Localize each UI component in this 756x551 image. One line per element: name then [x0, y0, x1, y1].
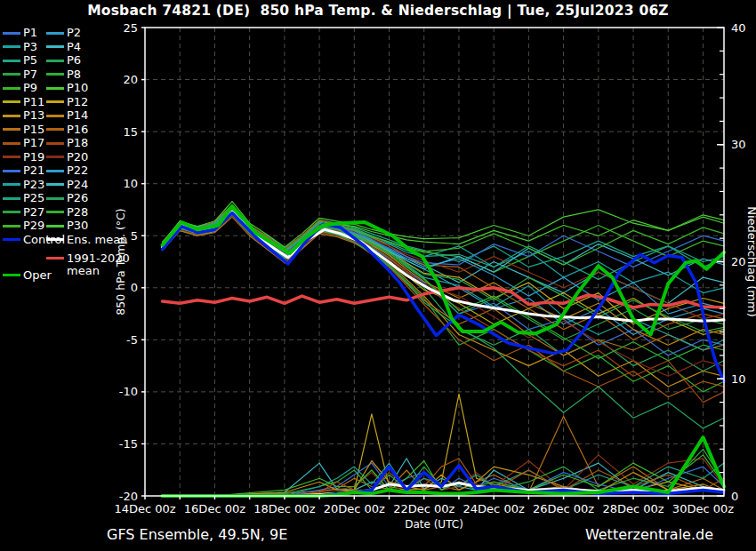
legend-swatch-icon: [3, 45, 20, 48]
legend-swatch-icon: [3, 128, 20, 131]
legend-swatch-icon: [46, 156, 64, 158]
legend-item: P30: [46, 220, 88, 232]
legend-swatch-icon: [46, 257, 64, 260]
legend-label: P16: [67, 124, 88, 136]
legend-item: Ens. mean: [46, 234, 127, 246]
legend-item: P16: [46, 124, 88, 136]
legend-swatch-icon: [3, 100, 20, 103]
footer-site-name: Wetterzentrale.de: [585, 526, 713, 543]
legend-item: P21: [3, 164, 44, 177]
axis-label: 20Dec 00z: [324, 502, 385, 515]
legend-swatch-icon: [46, 45, 64, 48]
legend-swatch-icon: [3, 73, 20, 76]
legend-label: P30: [67, 220, 88, 232]
legend-item: P22: [46, 164, 88, 177]
legend-item: 1991-2020 mean: [46, 252, 135, 277]
legend-label: P24: [67, 179, 88, 191]
legend-label: P5: [23, 54, 37, 67]
axis-label: -5: [126, 333, 138, 347]
legend-label: P12: [67, 96, 88, 108]
legend-item: P26: [46, 192, 88, 204]
legend-swatch-icon: [46, 183, 64, 186]
legend-item: P17: [3, 137, 44, 149]
legend-swatch-icon: [3, 32, 20, 35]
legend-swatch-icon: [3, 238, 20, 241]
axis-label: 26Dec 00z: [533, 502, 594, 515]
legend-label: P26: [67, 192, 88, 204]
legend-swatch-icon: [46, 238, 64, 241]
legend-item: P25: [3, 192, 44, 204]
legend-label: P21: [23, 164, 44, 177]
legend-item: P28: [46, 206, 88, 219]
legend-swatch-icon: [46, 128, 64, 131]
legend-label: P8: [67, 68, 81, 81]
legend-label: P28: [67, 206, 88, 219]
ensemble-member-temp-line: [163, 214, 724, 355]
legend-swatch-icon: [3, 197, 20, 200]
legend-item: P2: [46, 27, 81, 39]
legend-label: Ens. mean: [67, 234, 127, 246]
legend-item: P29: [3, 220, 44, 232]
legend-label: P7: [23, 68, 37, 81]
legend-label: P17: [23, 137, 44, 149]
axis-label: Niederschlag (mm): [745, 206, 756, 317]
legend-item: P9: [3, 82, 37, 94]
legend-label: P22: [67, 164, 88, 177]
legend-item: Oper: [3, 269, 52, 282]
legend-item: P23: [3, 179, 44, 191]
legend-swatch-icon: [3, 211, 20, 213]
legend-label: P11: [23, 96, 44, 108]
legend-swatch-icon: [46, 115, 64, 117]
legend-label: P10: [67, 82, 88, 94]
legend-swatch-icon: [3, 60, 20, 62]
legend-item: P7: [3, 68, 37, 81]
legend-label: P20: [67, 151, 88, 164]
legend-label: P1: [23, 27, 37, 39]
legend-item: P5: [3, 54, 37, 67]
legend-item: P1: [3, 27, 37, 39]
legend-label: P18: [67, 137, 88, 149]
axis-label: 0: [731, 490, 738, 503]
legend-swatch-icon: [46, 225, 64, 228]
axis-label: -20: [119, 490, 138, 503]
legend-item: P18: [46, 137, 88, 149]
legend-swatch-icon: [46, 87, 64, 90]
legend-item: P10: [46, 82, 88, 94]
axis-label: -10: [119, 385, 138, 398]
legend-item: P3: [3, 41, 37, 53]
axis-label: 28Dec 00z: [602, 502, 664, 515]
legend-label: P15: [23, 124, 44, 136]
legend-swatch-icon: [46, 170, 64, 172]
legend-item: P11: [3, 96, 44, 108]
axis-label: 30: [731, 138, 746, 151]
legend-item: P12: [46, 96, 88, 108]
legend-label: P19: [23, 151, 44, 164]
axis-label: 24Dec 00z: [463, 502, 525, 515]
legend-item: P13: [3, 109, 44, 122]
legend-swatch-icon: [46, 142, 64, 145]
axis-label: Date (UTC): [405, 518, 463, 531]
legend-label: P3: [23, 41, 37, 53]
legend: P1P2P3P4P5P6P7P8P9P10P11P12P13P14P15P16P…: [0, 0, 142, 293]
legend-swatch-icon: [3, 274, 20, 276]
axis-label: 20: [731, 255, 746, 268]
legend-item: P8: [46, 68, 81, 81]
axis-label: 22Dec 00z: [393, 502, 454, 515]
axis-label: -15: [119, 437, 138, 451]
legend-label: P27: [23, 206, 44, 219]
legend-item: P20: [46, 151, 88, 164]
axis-label: 18Dec 00z: [253, 502, 315, 515]
ensemble-member-temp-line: [163, 205, 724, 267]
legend-label: P9: [23, 82, 37, 94]
legend-swatch-icon: [3, 225, 20, 228]
axis-label: 30Dec 00z: [672, 502, 734, 515]
legend-swatch-icon: [46, 32, 64, 35]
legend-swatch-icon: [46, 197, 64, 200]
legend-swatch-icon: [46, 60, 64, 62]
legend-item: P24: [46, 179, 88, 191]
legend-item: P14: [46, 109, 88, 122]
plot-lines: [163, 202, 724, 496]
legend-label: P14: [67, 109, 88, 122]
legend-label: P6: [67, 54, 81, 67]
legend-swatch-icon: [3, 87, 20, 90]
